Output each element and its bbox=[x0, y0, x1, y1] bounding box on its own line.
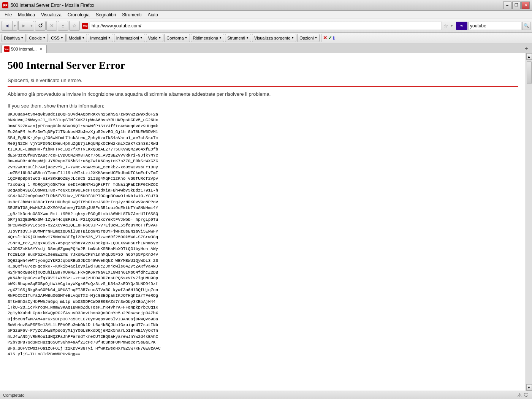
new-tab-button[interactable]: + bbox=[522, 44, 530, 53]
menu-modifica[interactable]: Modifica bbox=[15, 11, 38, 18]
toolbar-strumenti[interactable]: Strumenti▼ bbox=[225, 34, 251, 42]
scroll-down-button[interactable]: ▼ bbox=[526, 384, 532, 391]
bookmark-star-icon[interactable]: ☆ bbox=[443, 23, 448, 29]
window-icon: FF bbox=[2, 2, 8, 8]
error-code: 8KJOua64t3n4q0kS8dCIBOQFSUVd4AQpnRKxyn25… bbox=[8, 112, 518, 357]
page-content: 500 Internal Server Error Spiacenti, si … bbox=[0, 53, 526, 391]
scroll-thumb[interactable] bbox=[527, 61, 532, 84]
url-bar-container: You ☆ ▼ bbox=[82, 22, 454, 30]
stop-button[interactable]: ✕ bbox=[46, 21, 57, 31]
status-bar: Completato ⚠ 🛡 bbox=[0, 391, 532, 399]
toolbar-immagini[interactable]: Immagini▼ bbox=[88, 34, 113, 42]
window-title: 500 Internal Server Error - Mozilla Fire… bbox=[11, 3, 94, 8]
sorry-text: Spiacenti, si è verificato un errore. bbox=[8, 78, 518, 83]
toolbar-disattiva[interactable]: Disattiva▼ bbox=[2, 34, 26, 42]
scroll-track[interactable] bbox=[526, 60, 532, 384]
toolbar-contorna[interactable]: Contorna▼ bbox=[164, 34, 190, 42]
see-them-text: If you see them, show them this informat… bbox=[8, 103, 518, 109]
yahoo-logo: Y! bbox=[456, 22, 467, 30]
toolbar-informazioni[interactable]: Informazioni▼ bbox=[114, 34, 145, 42]
shield-icon: 🛡 bbox=[524, 392, 529, 398]
forward-button[interactable]: ► bbox=[18, 21, 29, 31]
tab-close-button[interactable]: ✕ bbox=[38, 46, 43, 52]
menu-segnalibri[interactable]: Segnalibri bbox=[93, 11, 119, 18]
toolbar-opzioni[interactable]: Opzioni▼ bbox=[297, 34, 320, 42]
toolbar-cookie[interactable]: Cookie▼ bbox=[27, 34, 48, 42]
title-bar: FF 500 Internal Server Error - Mozilla F… bbox=[0, 0, 532, 11]
toolbar: Disattiva▼ Cookie▼ CSS▼ Moduli▼ Immagini… bbox=[0, 33, 532, 43]
reload-button[interactable]: ↺ bbox=[35, 21, 46, 31]
toolbar-separator-1 bbox=[321, 34, 321, 42]
close-button[interactable]: ✕ bbox=[521, 2, 530, 9]
toolbar-css[interactable]: CSS▼ bbox=[49, 34, 66, 42]
minimize-button[interactable]: − bbox=[503, 2, 511, 9]
url-input[interactable] bbox=[90, 22, 442, 30]
back-dropdown[interactable]: ▼ bbox=[12, 21, 17, 31]
toolbar-check-green-icon[interactable]: ✓ bbox=[328, 35, 332, 41]
tab-500-error[interactable]: You 500 Internal... ✕ bbox=[2, 45, 47, 53]
site-favicon: You bbox=[82, 23, 88, 29]
search-button[interactable]: 🔍 bbox=[522, 22, 530, 30]
menu-strumenti[interactable]: Strumenti bbox=[119, 11, 144, 18]
error-title: 500 Internal Server Error bbox=[8, 59, 518, 71]
menu-file[interactable]: File bbox=[2, 11, 15, 18]
tab-bar: You 500 Internal... ✕ + bbox=[0, 43, 532, 53]
scroll-up-button[interactable]: ▲ bbox=[526, 53, 532, 60]
info-text: Abbiamo già provveduto a inviare in rico… bbox=[8, 91, 518, 97]
menu-visualizza[interactable]: Visualizza bbox=[38, 11, 65, 18]
forward-group: ► ▼ bbox=[18, 21, 34, 31]
menu-bar: File Modifica Visualizza Cronologia Segn… bbox=[0, 11, 532, 19]
status-text: Completato bbox=[3, 393, 24, 397]
forward-dropdown[interactable]: ▼ bbox=[29, 21, 34, 31]
toolbar-ridimensiona[interactable]: Ridimensiona▼ bbox=[191, 34, 225, 42]
toolbar-info-icon[interactable]: ℹ bbox=[333, 35, 335, 41]
menu-cronologia[interactable]: Cronologia bbox=[65, 11, 93, 18]
tab-favicon: You bbox=[4, 46, 10, 52]
home-button[interactable]: ⌂ bbox=[58, 21, 68, 31]
search-input[interactable] bbox=[468, 22, 521, 30]
back-forward-group: ◄ ▼ bbox=[2, 21, 17, 31]
restore-button[interactable]: ❐ bbox=[512, 2, 521, 9]
toolbar-visualizza-sorgente[interactable]: Visualizza sorgente▼ bbox=[252, 34, 296, 42]
toolbar-moduli[interactable]: Moduli▼ bbox=[66, 34, 87, 42]
error-divider bbox=[8, 86, 518, 87]
content-area: 500 Internal Server Error Spiacenti, si … bbox=[0, 53, 532, 391]
bookmark-dropdown-icon[interactable]: ▼ bbox=[450, 24, 454, 28]
tab-label: 500 Internal... bbox=[11, 47, 36, 51]
toolbar-x-icon[interactable]: ✕ bbox=[323, 35, 327, 41]
window-controls: − ❐ ✕ bbox=[503, 2, 530, 9]
toolbar-varie[interactable]: Varie▼ bbox=[146, 34, 164, 42]
scrollbar: ▲ ▼ bbox=[526, 53, 532, 391]
status-icons: ⚠ 🛡 bbox=[517, 392, 529, 398]
nav-bar: ◄ ▼ ► ▼ ↺ ✕ ⌂ ☆ You ☆ ▼ Y! 🔍 bbox=[0, 19, 532, 33]
warning-icon: ⚠ bbox=[517, 392, 522, 398]
back-button[interactable]: ◄ bbox=[2, 21, 12, 31]
bookmark-button[interactable]: ☆ bbox=[69, 21, 80, 31]
menu-aiuto[interactable]: Aiuto bbox=[145, 11, 161, 18]
